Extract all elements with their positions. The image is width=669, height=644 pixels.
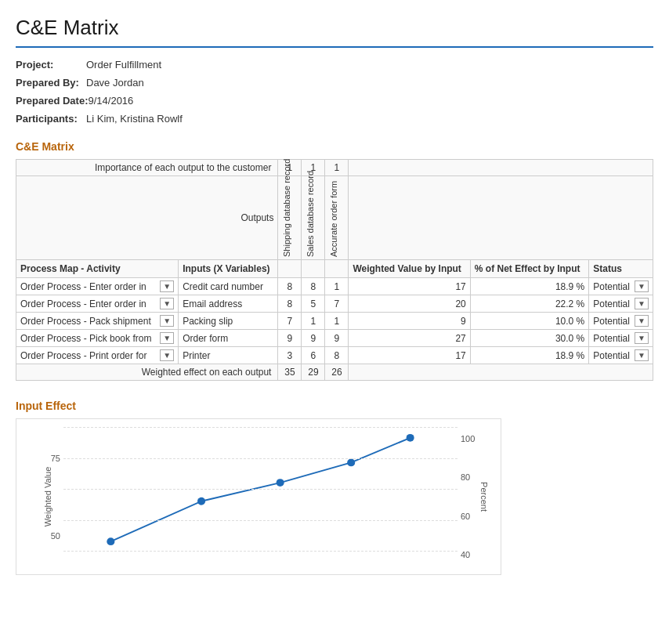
table-row: Order Process - Print order for ▼ Printe… <box>16 347 653 364</box>
project-value: Order Fulfillment <box>86 59 161 71</box>
importance-row: Importance of each output to the custome… <box>16 160 653 176</box>
percent-cell-2: 10.0 % <box>470 313 588 330</box>
activity-cell-1: Order Process - Enter order in ▼ <box>16 295 179 313</box>
input-effect-section: Input Effect Weighted Value 75 50 <box>16 400 653 575</box>
status-dropdown-1[interactable]: ▼ <box>635 298 649 309</box>
participants-row: Participants: Li Kim, Kristina Rowlf <box>16 113 653 125</box>
table-row: Order Process - Pack shipment ▼ Packing … <box>16 313 653 330</box>
importance-val-3: 1 <box>325 160 349 176</box>
v3-cell-2: 1 <box>325 313 349 330</box>
weighted-cell-2: 9 <box>349 313 470 330</box>
weighted-cell-3: 27 <box>349 330 470 347</box>
percent-cell-3: 30.0 % <box>470 330 588 347</box>
matrix-section-title: C&E Matrix <box>16 140 653 153</box>
ce-matrix-table: Importance of each output to the custome… <box>16 159 653 381</box>
v2-cell-2: 1 <box>302 313 325 330</box>
input-cell-4: Printer <box>179 347 278 364</box>
activity-cell-3: Order Process - Pick book from ▼ <box>16 330 179 347</box>
status-cell-3: Potential ▼ <box>589 330 653 347</box>
activity-dropdown-0[interactable]: ▼ <box>160 280 174 292</box>
col-header-status: Status <box>589 260 653 278</box>
percent-cell-4: 18.9 % <box>470 347 588 364</box>
v1-cell-3: 9 <box>278 330 302 347</box>
v2-cell-4: 6 <box>302 347 325 364</box>
prepared-date-value: 9/14/2016 <box>88 95 133 107</box>
activity-cell-2: Order Process - Pack shipment ▼ <box>16 313 179 330</box>
prepared-date-label: Prepared Date: <box>16 95 88 107</box>
activity-dropdown-2[interactable]: ▼ <box>160 315 174 327</box>
v3-cell-1: 7 <box>325 295 349 313</box>
table-row: Order Process - Enter order in ▼ Credit … <box>16 278 653 295</box>
prepared-by-label: Prepared By: <box>16 77 86 89</box>
v2-cell-0: 8 <box>302 278 325 295</box>
svg-point-4 <box>407 434 414 442</box>
weighted-cell-1: 20 <box>349 295 470 313</box>
output-col-2: Sales database record <box>302 176 325 260</box>
v3-cell-4: 8 <box>325 347 349 364</box>
status-dropdown-2[interactable]: ▼ <box>635 315 649 327</box>
v3-cell-0: 1 <box>325 278 349 295</box>
status-cell-1: Potential ▼ <box>589 295 653 313</box>
input-cell-0: Credit card number <box>179 278 278 295</box>
weighted-cell-0: 17 <box>349 278 470 295</box>
col-header-inputs: Inputs (X Variables) <box>179 260 278 278</box>
page-title: C&E Matrix <box>16 16 653 48</box>
outputs-row: Outputs Shipping database record Sales d… <box>16 176 653 260</box>
v2-cell-1: 5 <box>302 295 325 313</box>
v1-cell-1: 8 <box>278 295 302 313</box>
prepared-by-row: Prepared By: Dave Jordan <box>16 77 653 89</box>
project-label: Project: <box>16 59 86 71</box>
we-val-2: 29 <box>302 364 325 381</box>
v1-cell-4: 3 <box>278 347 302 364</box>
status-dropdown-0[interactable]: ▼ <box>635 280 649 292</box>
activity-dropdown-3[interactable]: ▼ <box>160 332 174 344</box>
y-right-label: Percent <box>479 482 489 512</box>
activity-dropdown-1[interactable]: ▼ <box>160 298 174 309</box>
input-cell-3: Order form <box>179 330 278 347</box>
weighted-effect-label: Weighted effect on each output <box>16 364 278 381</box>
v1-cell-0: 8 <box>278 278 302 295</box>
status-cell-2: Potential ▼ <box>589 313 653 330</box>
col-header-v2 <box>302 260 325 278</box>
col-header-v3 <box>325 260 349 278</box>
col-header-v1 <box>278 260 302 278</box>
svg-point-1 <box>197 497 205 505</box>
status-dropdown-4[interactable]: ▼ <box>635 349 649 361</box>
project-row: Project: Order Fulfillment <box>16 59 653 71</box>
we-val-1: 35 <box>278 364 302 381</box>
v2-cell-3: 9 <box>302 330 325 347</box>
prepared-date-row: Prepared Date: 9/14/2016 <box>16 95 653 107</box>
participants-label: Participants: <box>16 113 86 125</box>
table-row: Order Process - Pick book from ▼ Order f… <box>16 330 653 347</box>
chart-area <box>63 427 457 551</box>
col-header-activity: Process Map - Activity <box>16 260 179 278</box>
prepared-by-value: Dave Jordan <box>86 77 144 89</box>
output-col-3: Accurate order form <box>325 176 349 260</box>
outputs-label: Outputs <box>16 176 278 260</box>
we-val-3: 26 <box>325 364 349 381</box>
participants-value: Li Kim, Kristina Rowlf <box>86 113 183 125</box>
v3-cell-3: 9 <box>325 330 349 347</box>
col-header-percent: % of Net Effect by Input <box>470 260 588 278</box>
chart-container: Weighted Value 75 50 100 80 <box>16 418 501 575</box>
importance-label: Importance of each output to the custome… <box>16 160 278 176</box>
svg-point-0 <box>107 537 114 545</box>
activity-cell-0: Order Process - Enter order in ▼ <box>16 278 179 295</box>
output-col-1: Shipping database record <box>278 176 302 260</box>
svg-point-2 <box>277 479 284 487</box>
y-left-ticks: 75 50 <box>16 419 63 574</box>
meta-section: Project: Order Fulfillment Prepared By: … <box>16 59 653 125</box>
weighted-effect-row: Weighted effect on each output 35 29 26 <box>16 364 653 381</box>
col-header-weighted: Weighted Value by Input <box>349 260 470 278</box>
status-cell-0: Potential ▼ <box>589 278 653 295</box>
percent-cell-0: 18.9 % <box>470 278 588 295</box>
input-cell-2: Packing slip <box>179 313 278 330</box>
activity-dropdown-4[interactable]: ▼ <box>160 349 174 361</box>
status-dropdown-3[interactable]: ▼ <box>635 332 649 344</box>
activity-cell-4: Order Process - Print order for ▼ <box>16 347 179 364</box>
column-headers-row: Process Map - Activity Inputs (X Variabl… <box>16 260 653 278</box>
input-cell-1: Email address <box>179 295 278 313</box>
table-row: Order Process - Enter order in ▼ Email a… <box>16 295 653 313</box>
chart-title: Input Effect <box>16 400 653 412</box>
status-cell-4: Potential ▼ <box>589 347 653 364</box>
